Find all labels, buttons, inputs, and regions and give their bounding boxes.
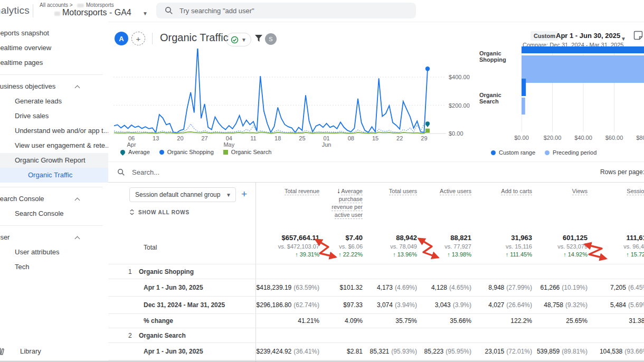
breadcrumb[interactable]: All accounts > bbox=[40, 2, 73, 8]
sidebar-item-search-console[interactable]: Search Console bbox=[0, 192, 108, 206]
cell-value: 4,128 bbox=[431, 284, 447, 291]
cell-value: 3,043 bbox=[435, 301, 451, 309]
sidebar-item-user-attributes[interactable]: User attributes bbox=[0, 245, 108, 260]
date-range-selector[interactable]: Apr 1 - Jun 30, 2025 bbox=[556, 32, 620, 40]
search-placeholder: Try searching "add user" bbox=[179, 7, 254, 15]
sidebar-item-generate-leads[interactable]: Generate leads bbox=[0, 94, 108, 109]
x-axis-tick: 06Apr bbox=[127, 135, 136, 148]
table-cell: $101.32 bbox=[319, 279, 363, 296]
table-cell bbox=[319, 328, 363, 342]
column-header-average-purchase-revenue-per-active-user[interactable]: Average purchase revenue per active user bbox=[319, 182, 363, 231]
group-name: Organic Shopping bbox=[139, 268, 194, 275]
chevron-down-icon: ▼ bbox=[621, 36, 626, 42]
notes-button[interactable] bbox=[633, 30, 643, 43]
chevron-down-icon: ▼ bbox=[226, 192, 231, 198]
table-row-percent-change[interactable]: % change41.21%4.09%35.75%35.66%122.2%25.… bbox=[108, 313, 644, 328]
cell-value: 4,173 bbox=[377, 284, 393, 291]
table-row-group-header[interactable]: 2Organic Search bbox=[108, 328, 644, 342]
table-cell: 35.66% bbox=[417, 314, 471, 328]
breadcrumb-org[interactable]: Motorsports bbox=[86, 2, 114, 8]
sidebar-item-organic-traffic[interactable]: Organic Traffic bbox=[0, 168, 108, 183]
column-header-views[interactable]: Views bbox=[532, 182, 588, 231]
sidebar-item-user[interactable]: User bbox=[0, 230, 108, 245]
table-search-input[interactable]: Search... Rows per page: bbox=[108, 162, 644, 183]
x-axis-tick: 20 bbox=[177, 135, 183, 141]
library-label: Library bbox=[20, 347, 41, 355]
period-label: % change bbox=[144, 317, 173, 325]
column-header-active-users[interactable]: Active users bbox=[417, 182, 471, 231]
table-cell bbox=[588, 264, 644, 279]
bar-chart-canvas bbox=[522, 46, 644, 133]
table-row-period[interactable]: Apr 1 - Jun 30, 2025$418,239.19(63.59%)$… bbox=[108, 279, 644, 296]
legend-label: Average bbox=[128, 149, 150, 155]
row-label: Dec 31, 2024 - Mar 31, 2025 bbox=[108, 297, 255, 313]
segment-chip[interactable]: S bbox=[265, 33, 277, 45]
column-header-total-users[interactable]: Total users bbox=[363, 182, 417, 231]
chevron-up-icon[interactable] bbox=[75, 85, 80, 91]
show-all-rows-button[interactable]: SHOW ALL ROWS bbox=[129, 208, 190, 216]
sidebar-item-realtime-pages[interactable]: Realtime pages bbox=[0, 55, 108, 70]
sidebar-item-realtime-overview[interactable]: Realtime overview bbox=[0, 41, 108, 55]
x-axis-tick: 01Jun bbox=[322, 135, 332, 148]
line-chart-canvas bbox=[113, 49, 446, 136]
sidebar-item-view-user-engagement-rete-[interactable]: View user engagement & rete... bbox=[0, 138, 108, 153]
funnel-icon bbox=[254, 34, 263, 42]
cell-value: 4.09% bbox=[345, 317, 363, 325]
sort-desc-icon[interactable]: ↓ bbox=[337, 186, 340, 195]
sidebar-item-tech[interactable]: Tech bbox=[0, 260, 108, 274]
table-cell bbox=[417, 264, 471, 279]
column-header-total-revenue[interactable]: Total revenue bbox=[255, 182, 319, 231]
sidebar-item-understand-web-and-or-app-t-[interactable]: Understand web and/or app t... bbox=[0, 123, 108, 138]
column-header-sessions[interactable]: Sessions bbox=[588, 182, 644, 231]
sidebar-item-organic-growth-report[interactable]: Organic Growth Report bbox=[0, 153, 108, 168]
table-row-period[interactable]: Dec 31, 2024 - Mar 31, 2025$296,186.80(6… bbox=[108, 296, 644, 313]
table-cell: $418,239.19(63.59%) bbox=[255, 279, 319, 296]
rows-per-page-label[interactable]: Rows per page: bbox=[600, 168, 644, 176]
cell-percent: (10.19%) bbox=[562, 284, 588, 291]
line-chart-legend: AverageOrganic ShoppingOrganic Search bbox=[120, 149, 271, 155]
cell-value: 25.65% bbox=[566, 317, 588, 325]
sidebar-item-business-objectives[interactable]: Business objectives bbox=[0, 79, 108, 94]
table-cell bbox=[363, 264, 417, 279]
chevron-up-icon[interactable] bbox=[75, 198, 80, 203]
cell-value: 122.2% bbox=[510, 317, 532, 325]
table-row-group-header[interactable]: 1Organic Shopping bbox=[108, 264, 644, 279]
period-label: Dec 31, 2024 - Mar 31, 2025 bbox=[144, 301, 225, 309]
annotation-arrow bbox=[585, 244, 606, 259]
table-cell: $239,424.92(36.41%) bbox=[255, 343, 319, 360]
dimension-dropdown[interactable]: Session default channel group ▼ bbox=[129, 187, 236, 202]
sidebar-item-library[interactable]: Library bbox=[0, 345, 41, 358]
table-row-period[interactable]: Apr 1 - Jun 30, 2025$239,424.92(36.41%)$… bbox=[108, 342, 644, 360]
cell-value: $418,239.19 bbox=[257, 284, 292, 291]
table-cell: 5,484(5.69%) bbox=[588, 297, 644, 313]
cell-value: 539,859 bbox=[537, 348, 560, 355]
comparison-avatar-badge[interactable]: A bbox=[115, 32, 128, 45]
left-nav-sidebar: Reports snapshotRealtime overviewRealtim… bbox=[0, 22, 108, 362]
table-cell: 48,758(9.32%) bbox=[532, 297, 588, 313]
x-axis-tick: $0.00 bbox=[514, 135, 529, 141]
cell-value: 61,266 bbox=[541, 284, 560, 291]
cell-percent: (9.32%) bbox=[565, 301, 588, 309]
property-selector[interactable]: Motorsports - GA4 bbox=[62, 8, 131, 17]
filter-button[interactable] bbox=[254, 34, 263, 44]
circle-legend-icon bbox=[491, 150, 496, 155]
sidebar-item-drive-sales[interactable]: Drive sales bbox=[0, 109, 108, 123]
cell-value: 41.21% bbox=[298, 317, 319, 325]
sidebar-item-search-console[interactable]: Search Console bbox=[0, 206, 108, 221]
add-comparison-button[interactable]: + bbox=[131, 32, 145, 45]
table-cell: 85,223(95.95%) bbox=[417, 343, 471, 360]
x-axis-tick: $40.00 bbox=[574, 135, 592, 141]
chevron-up-icon[interactable] bbox=[75, 236, 80, 242]
sidebar-item-reports-snapshot[interactable]: Reports snapshot bbox=[0, 26, 108, 41]
page-title: Organic Traffic bbox=[160, 32, 229, 44]
table-cell: 122.2% bbox=[471, 314, 532, 328]
library-icon bbox=[0, 347, 4, 356]
x-axis-month-label: May bbox=[223, 141, 234, 148]
legend-label: Organic Search bbox=[231, 149, 271, 155]
global-search-input[interactable]: Try searching "add user" bbox=[156, 3, 416, 18]
cell-value: 85,223 bbox=[424, 348, 444, 355]
column-header-add-to-carts[interactable]: Add to carts bbox=[471, 182, 532, 231]
add-dimension-button[interactable]: + bbox=[241, 188, 247, 200]
row-index: 2 bbox=[128, 332, 139, 339]
data-quality-badge[interactable]: ▼ bbox=[226, 33, 251, 46]
